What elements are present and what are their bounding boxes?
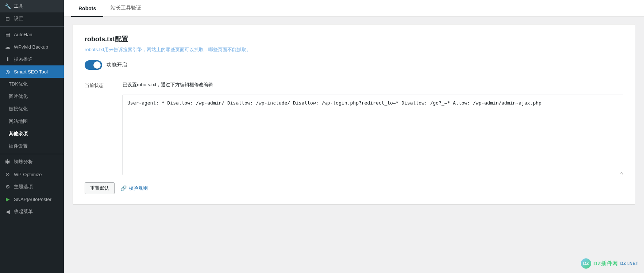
sidebar-item-autohan[interactable]: ▤ AutoHan xyxy=(0,28,64,41)
autohan-icon: ▤ xyxy=(4,31,11,38)
tabs-bar: Robots 站长工具验证 xyxy=(64,0,644,17)
action-buttons: 重置默认 🔗 校验规则 xyxy=(85,182,623,194)
robots-card: robots.txt配置 robots.txt用来告诉搜索引擎，网站上的哪些页面… xyxy=(73,24,635,205)
collapse-icon: ◀ xyxy=(4,208,11,215)
toggle-label: 功能开启 xyxy=(107,62,127,68)
sidebar-item-wpvivid[interactable]: ☁ WPvivid Backup xyxy=(0,41,64,53)
spider-icon: 🕷 xyxy=(4,159,11,165)
feature-toggle[interactable] xyxy=(85,60,102,70)
snap-icon: ▶ xyxy=(4,196,11,202)
robots-description: robots.txt用来告诉搜索引擎，网站上的哪些页面可以抓取，哪些页面不能抓取… xyxy=(85,46,623,53)
toggle-row: 功能开启 xyxy=(85,60,623,70)
sidebar: 🔧 工具 ⊟ 设置 ▤ AutoHan ☁ WPvivid Backup ⬇ 搜… xyxy=(0,0,64,273)
textarea-wrapper xyxy=(123,95,623,177)
sidebar-item-sitemap[interactable]: 网站地图 xyxy=(0,115,64,128)
divider-2 xyxy=(0,154,64,154)
watermark-green: DZ插件网 xyxy=(593,260,618,266)
sidebar-item-tools[interactable]: 🔧 工具 xyxy=(0,0,64,12)
tab-robots[interactable]: Robots xyxy=(71,1,103,17)
sidebar-item-search-push[interactable]: ⬇ 搜索推送 xyxy=(0,53,64,65)
theme-icon: ⚙ xyxy=(4,183,11,190)
sidebar-item-spider[interactable]: 🕷 蜘蛛分析 xyxy=(0,156,64,168)
divider-1 xyxy=(0,26,64,27)
sidebar-item-link-opt[interactable]: 链接优化 xyxy=(0,103,64,115)
sidebar-item-collapse[interactable]: ◀ 收起菜单 xyxy=(0,205,64,218)
status-section: 当前状态 已设置robots.txt，通过下方编辑框修改编辑 xyxy=(85,81,623,89)
wp-optimize-icon: ⊙ xyxy=(4,171,11,178)
sidebar-item-snap[interactable]: ▶ SNAP|AutoPoster xyxy=(0,193,64,205)
sidebar-item-tdk[interactable]: TDK优化 xyxy=(0,78,64,90)
robots-textarea[interactable] xyxy=(123,95,623,175)
validate-link[interactable]: 🔗 校验规则 xyxy=(120,185,148,192)
main-content: Robots 站长工具验证 robots.txt配置 robots.txt用来告… xyxy=(64,0,644,273)
validate-label: 校验规则 xyxy=(129,185,148,192)
sidebar-item-plugin-settings[interactable]: 插件设置 xyxy=(0,140,64,152)
content-area: robots.txt配置 robots.txt用来告诉搜索引擎，网站上的哪些页面… xyxy=(64,17,644,273)
sidebar-item-misc[interactable]: 其他杂项 xyxy=(0,128,64,140)
reset-button[interactable]: 重置默认 xyxy=(85,182,115,194)
sidebar-item-image-opt[interactable]: 图片优化 xyxy=(0,90,64,103)
settings-icon: ⊟ xyxy=(4,15,11,22)
sidebar-item-theme-opts[interactable]: ⚙ 主题选项 xyxy=(0,181,64,193)
smart-seo-icon: ◎ xyxy=(4,68,11,75)
watermark: DZ DZ插件网 DZ↑.NET xyxy=(581,258,638,269)
watermark-domain: DZ↑.NET xyxy=(620,261,638,266)
watermark-text: DZ插件网 xyxy=(593,260,618,267)
status-label: 当前状态 xyxy=(85,81,114,89)
search-push-icon: ⬇ xyxy=(4,56,11,62)
robots-title: robots.txt配置 xyxy=(85,35,623,43)
sidebar-item-smart-seo[interactable]: ◎ Smart SEO Tool xyxy=(0,65,64,78)
sidebar-item-settings[interactable]: ⊟ 设置 xyxy=(0,12,64,25)
tools-icon: 🔧 xyxy=(4,3,11,10)
link-icon: 🔗 xyxy=(120,185,127,191)
status-value: 已设置robots.txt，通过下方编辑框修改编辑 xyxy=(123,81,213,88)
tab-webmaster[interactable]: 站长工具验证 xyxy=(103,0,149,17)
sidebar-item-wp-optimize[interactable]: ⊙ WP-Optimize xyxy=(0,168,64,181)
watermark-logo: DZ xyxy=(581,258,591,269)
wpvivid-icon: ☁ xyxy=(4,43,11,50)
